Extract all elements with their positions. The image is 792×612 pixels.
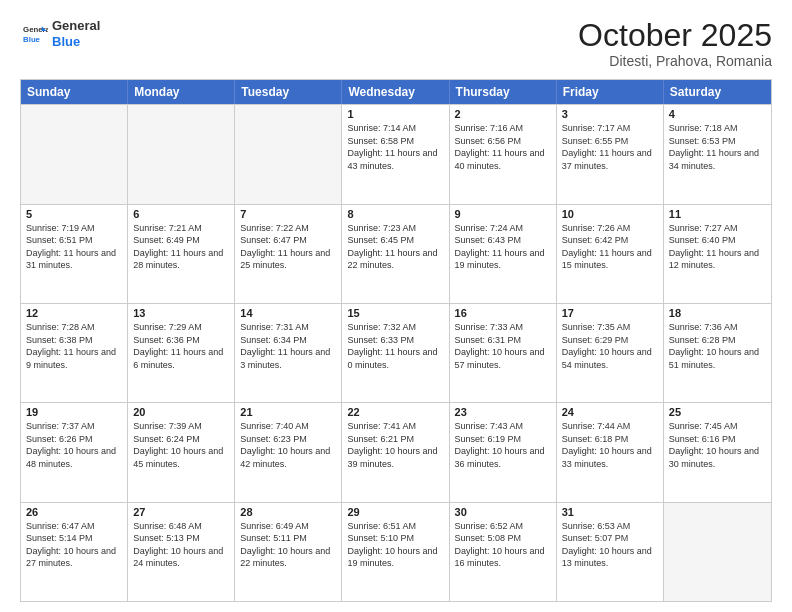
header-day-friday: Friday xyxy=(557,80,664,104)
logo-line2: Blue xyxy=(52,34,100,50)
day-number: 18 xyxy=(669,307,766,319)
day-number: 19 xyxy=(26,406,122,418)
location: Ditesti, Prahova, Romania xyxy=(578,53,772,69)
day-number: 25 xyxy=(669,406,766,418)
calendar-cell: 8Sunrise: 7:23 AM Sunset: 6:45 PM Daylig… xyxy=(342,205,449,303)
calendar-cell: 25Sunrise: 7:45 AM Sunset: 6:16 PM Dayli… xyxy=(664,403,771,501)
title-block: October 2025 Ditesti, Prahova, Romania xyxy=(578,18,772,69)
day-number: 12 xyxy=(26,307,122,319)
day-number: 16 xyxy=(455,307,551,319)
calendar-cell: 14Sunrise: 7:31 AM Sunset: 6:34 PM Dayli… xyxy=(235,304,342,402)
calendar-header: SundayMondayTuesdayWednesdayThursdayFrid… xyxy=(21,80,771,104)
cell-info: Sunrise: 7:21 AM Sunset: 6:49 PM Dayligh… xyxy=(133,222,229,272)
calendar-row-4: 19Sunrise: 7:37 AM Sunset: 6:26 PM Dayli… xyxy=(21,402,771,501)
cell-info: Sunrise: 7:44 AM Sunset: 6:18 PM Dayligh… xyxy=(562,420,658,470)
day-number: 1 xyxy=(347,108,443,120)
calendar-cell: 26Sunrise: 6:47 AM Sunset: 5:14 PM Dayli… xyxy=(21,503,128,601)
cell-info: Sunrise: 7:23 AM Sunset: 6:45 PM Dayligh… xyxy=(347,222,443,272)
day-number: 24 xyxy=(562,406,658,418)
calendar-cell: 17Sunrise: 7:35 AM Sunset: 6:29 PM Dayli… xyxy=(557,304,664,402)
day-number: 2 xyxy=(455,108,551,120)
calendar-cell: 16Sunrise: 7:33 AM Sunset: 6:31 PM Dayli… xyxy=(450,304,557,402)
calendar-cell: 19Sunrise: 7:37 AM Sunset: 6:26 PM Dayli… xyxy=(21,403,128,501)
calendar-cell: 6Sunrise: 7:21 AM Sunset: 6:49 PM Daylig… xyxy=(128,205,235,303)
calendar-cell: 7Sunrise: 7:22 AM Sunset: 6:47 PM Daylig… xyxy=(235,205,342,303)
cell-info: Sunrise: 7:29 AM Sunset: 6:36 PM Dayligh… xyxy=(133,321,229,371)
logo: General Blue General Blue xyxy=(20,18,100,49)
cell-info: Sunrise: 7:14 AM Sunset: 6:58 PM Dayligh… xyxy=(347,122,443,172)
day-number: 8 xyxy=(347,208,443,220)
calendar-cell: 1Sunrise: 7:14 AM Sunset: 6:58 PM Daylig… xyxy=(342,105,449,203)
cell-info: Sunrise: 7:16 AM Sunset: 6:56 PM Dayligh… xyxy=(455,122,551,172)
calendar-cell: 12Sunrise: 7:28 AM Sunset: 6:38 PM Dayli… xyxy=(21,304,128,402)
month-title: October 2025 xyxy=(578,18,772,53)
day-number: 11 xyxy=(669,208,766,220)
calendar-cell: 24Sunrise: 7:44 AM Sunset: 6:18 PM Dayli… xyxy=(557,403,664,501)
day-number: 13 xyxy=(133,307,229,319)
calendar-cell: 20Sunrise: 7:39 AM Sunset: 6:24 PM Dayli… xyxy=(128,403,235,501)
logo-line1: General xyxy=(52,18,100,34)
cell-info: Sunrise: 7:24 AM Sunset: 6:43 PM Dayligh… xyxy=(455,222,551,272)
day-number: 14 xyxy=(240,307,336,319)
calendar-cell: 27Sunrise: 6:48 AM Sunset: 5:13 PM Dayli… xyxy=(128,503,235,601)
cell-info: Sunrise: 7:31 AM Sunset: 6:34 PM Dayligh… xyxy=(240,321,336,371)
cell-info: Sunrise: 7:22 AM Sunset: 6:47 PM Dayligh… xyxy=(240,222,336,272)
cell-info: Sunrise: 7:43 AM Sunset: 6:19 PM Dayligh… xyxy=(455,420,551,470)
day-number: 29 xyxy=(347,506,443,518)
day-number: 27 xyxy=(133,506,229,518)
cell-info: Sunrise: 7:33 AM Sunset: 6:31 PM Dayligh… xyxy=(455,321,551,371)
day-number: 30 xyxy=(455,506,551,518)
day-number: 3 xyxy=(562,108,658,120)
calendar: SundayMondayTuesdayWednesdayThursdayFrid… xyxy=(20,79,772,602)
day-number: 22 xyxy=(347,406,443,418)
day-number: 4 xyxy=(669,108,766,120)
header-day-monday: Monday xyxy=(128,80,235,104)
cell-info: Sunrise: 6:51 AM Sunset: 5:10 PM Dayligh… xyxy=(347,520,443,570)
calendar-cell: 31Sunrise: 6:53 AM Sunset: 5:07 PM Dayli… xyxy=(557,503,664,601)
calendar-cell: 23Sunrise: 7:43 AM Sunset: 6:19 PM Dayli… xyxy=(450,403,557,501)
calendar-cell: 28Sunrise: 6:49 AM Sunset: 5:11 PM Dayli… xyxy=(235,503,342,601)
cell-info: Sunrise: 6:53 AM Sunset: 5:07 PM Dayligh… xyxy=(562,520,658,570)
cell-info: Sunrise: 7:35 AM Sunset: 6:29 PM Dayligh… xyxy=(562,321,658,371)
day-number: 31 xyxy=(562,506,658,518)
day-number: 10 xyxy=(562,208,658,220)
calendar-row-1: 1Sunrise: 7:14 AM Sunset: 6:58 PM Daylig… xyxy=(21,104,771,203)
calendar-cell xyxy=(235,105,342,203)
cell-info: Sunrise: 6:49 AM Sunset: 5:11 PM Dayligh… xyxy=(240,520,336,570)
cell-info: Sunrise: 7:45 AM Sunset: 6:16 PM Dayligh… xyxy=(669,420,766,470)
cell-info: Sunrise: 7:41 AM Sunset: 6:21 PM Dayligh… xyxy=(347,420,443,470)
day-number: 6 xyxy=(133,208,229,220)
header-day-tuesday: Tuesday xyxy=(235,80,342,104)
logo-text: General Blue xyxy=(52,18,100,49)
day-number: 5 xyxy=(26,208,122,220)
calendar-cell: 15Sunrise: 7:32 AM Sunset: 6:33 PM Dayli… xyxy=(342,304,449,402)
calendar-cell xyxy=(128,105,235,203)
calendar-row-2: 5Sunrise: 7:19 AM Sunset: 6:51 PM Daylig… xyxy=(21,204,771,303)
cell-info: Sunrise: 7:28 AM Sunset: 6:38 PM Dayligh… xyxy=(26,321,122,371)
calendar-cell: 9Sunrise: 7:24 AM Sunset: 6:43 PM Daylig… xyxy=(450,205,557,303)
calendar-cell: 21Sunrise: 7:40 AM Sunset: 6:23 PM Dayli… xyxy=(235,403,342,501)
header-day-wednesday: Wednesday xyxy=(342,80,449,104)
page: General Blue General Blue October 2025 D… xyxy=(0,0,792,612)
cell-info: Sunrise: 7:26 AM Sunset: 6:42 PM Dayligh… xyxy=(562,222,658,272)
day-number: 20 xyxy=(133,406,229,418)
cell-info: Sunrise: 7:40 AM Sunset: 6:23 PM Dayligh… xyxy=(240,420,336,470)
calendar-cell xyxy=(664,503,771,601)
calendar-cell xyxy=(21,105,128,203)
day-number: 17 xyxy=(562,307,658,319)
calendar-cell: 13Sunrise: 7:29 AM Sunset: 6:36 PM Dayli… xyxy=(128,304,235,402)
calendar-cell: 2Sunrise: 7:16 AM Sunset: 6:56 PM Daylig… xyxy=(450,105,557,203)
logo-icon: General Blue xyxy=(20,20,48,48)
header: General Blue General Blue October 2025 D… xyxy=(20,18,772,69)
calendar-cell: 22Sunrise: 7:41 AM Sunset: 6:21 PM Dayli… xyxy=(342,403,449,501)
day-number: 9 xyxy=(455,208,551,220)
calendar-row-5: 26Sunrise: 6:47 AM Sunset: 5:14 PM Dayli… xyxy=(21,502,771,601)
cell-info: Sunrise: 7:32 AM Sunset: 6:33 PM Dayligh… xyxy=(347,321,443,371)
cell-info: Sunrise: 6:48 AM Sunset: 5:13 PM Dayligh… xyxy=(133,520,229,570)
cell-info: Sunrise: 7:36 AM Sunset: 6:28 PM Dayligh… xyxy=(669,321,766,371)
cell-info: Sunrise: 7:39 AM Sunset: 6:24 PM Dayligh… xyxy=(133,420,229,470)
calendar-cell: 18Sunrise: 7:36 AM Sunset: 6:28 PM Dayli… xyxy=(664,304,771,402)
header-day-saturday: Saturday xyxy=(664,80,771,104)
day-number: 7 xyxy=(240,208,336,220)
calendar-cell: 30Sunrise: 6:52 AM Sunset: 5:08 PM Dayli… xyxy=(450,503,557,601)
